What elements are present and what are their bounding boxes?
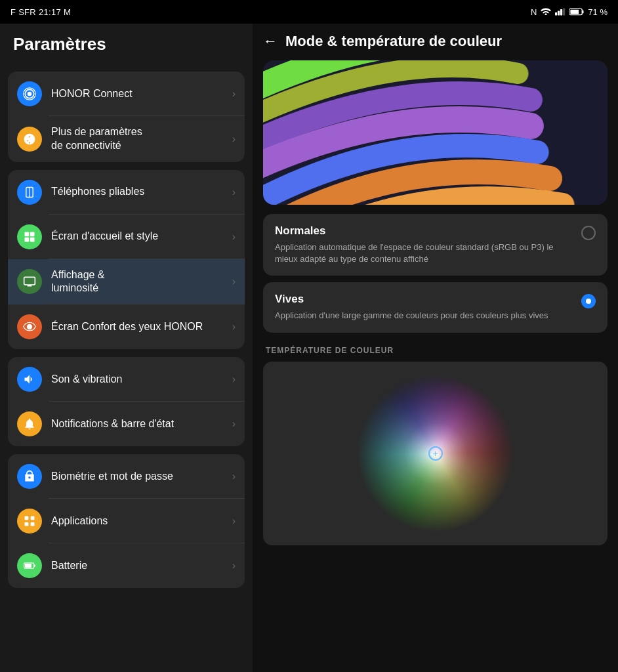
applications-chevron: › bbox=[232, 515, 236, 527]
mode-card-normales[interactable]: Normales Application automatique de l'es… bbox=[263, 214, 608, 276]
home-screen-icon bbox=[17, 224, 42, 249]
temperature-label: TEMPÉRATURE DE COULEUR bbox=[266, 346, 608, 355]
status-right: N 71 % bbox=[531, 7, 608, 17]
sidebar-item-honor-connect[interactable]: HONOR Connect › bbox=[8, 72, 245, 116]
vives-desc: Application d'une large gamme de couleur… bbox=[275, 310, 573, 322]
applications-label: Applications bbox=[51, 514, 232, 528]
sidebar-item-display[interactable]: Affichage &luminosité › bbox=[8, 259, 245, 305]
honor-connect-label: HONOR Connect bbox=[51, 87, 232, 101]
foldable-icon bbox=[17, 180, 42, 205]
status-bar: F SFR 21:17 M N 71 % bbox=[0, 0, 618, 24]
normales-desc: Application automatique de l'espace de c… bbox=[275, 242, 573, 265]
color-wheel-container: + bbox=[263, 362, 608, 545]
foldable-label: Téléphones pliables bbox=[51, 185, 232, 199]
sidebar-item-applications[interactable]: Applications › bbox=[8, 499, 245, 543]
svg-rect-2 bbox=[560, 9, 562, 16]
svg-rect-22 bbox=[25, 522, 29, 526]
sidebar-item-foldable[interactable]: Téléphones pliables › bbox=[8, 170, 245, 215]
svg-point-7 bbox=[28, 92, 32, 96]
svg-rect-6 bbox=[571, 10, 579, 14]
sidebar-item-biometrics[interactable]: Biométrie et mot de passe › bbox=[8, 454, 245, 499]
battery-chevron: › bbox=[232, 560, 236, 572]
notifications-chevron: › bbox=[232, 418, 236, 430]
svg-rect-3 bbox=[563, 8, 565, 15]
biometrics-label: Biométrie et mot de passe bbox=[51, 470, 232, 484]
display-icon bbox=[17, 269, 42, 294]
settings-title: Paramètres bbox=[13, 34, 239, 54]
battery-percent: 71 % bbox=[588, 7, 608, 17]
settings-group-connectivity: HONOR Connect › Plus de paramètresde con… bbox=[8, 72, 245, 162]
color-wheel[interactable]: + bbox=[357, 375, 514, 532]
battery-icon-item bbox=[17, 553, 42, 578]
normales-radio[interactable] bbox=[581, 226, 596, 240]
svg-rect-25 bbox=[34, 565, 35, 567]
home-screen-label: Écran d'accueil et style bbox=[51, 230, 232, 243]
foldable-chevron: › bbox=[232, 186, 236, 198]
main-layout: Paramètres HONOR Connect › Plus de param… bbox=[0, 24, 618, 672]
normales-title: Normales bbox=[275, 224, 573, 238]
svg-rect-14 bbox=[25, 237, 30, 242]
right-panel-title: Mode & température de couleur bbox=[285, 33, 502, 50]
right-panel: ← Mode & température de couleur Normales… bbox=[253, 24, 618, 672]
color-wheel-crosshair: + bbox=[428, 446, 443, 461]
more-connectivity-label: Plus de paramètresde connectivité bbox=[51, 125, 232, 153]
color-preview bbox=[263, 60, 608, 205]
left-header: Paramètres bbox=[0, 24, 253, 68]
vives-title: Vives bbox=[275, 293, 573, 306]
settings-group-security: Biométrie et mot de passe › Applications… bbox=[8, 454, 245, 588]
svg-rect-1 bbox=[558, 10, 560, 15]
svg-rect-23 bbox=[31, 522, 35, 526]
eye-comfort-label: Écran Confort des yeux HONOR bbox=[51, 320, 232, 334]
sound-icon bbox=[17, 367, 42, 392]
home-screen-chevron: › bbox=[232, 231, 236, 243]
svg-point-19 bbox=[27, 324, 32, 329]
settings-group-sound: Son & vibration › Notifications & barre … bbox=[8, 357, 245, 446]
back-button[interactable]: ← bbox=[263, 33, 278, 50]
status-left: F SFR 21:17 M bbox=[10, 7, 71, 17]
sound-label: Son & vibration bbox=[51, 373, 232, 387]
svg-rect-15 bbox=[30, 237, 35, 242]
display-label: Affichage &luminosité bbox=[51, 268, 232, 296]
settings-group-display: Téléphones pliables › Écran d'accueil et… bbox=[8, 170, 245, 350]
right-header: ← Mode & température de couleur bbox=[263, 24, 608, 60]
signal-icon bbox=[555, 8, 566, 16]
svg-rect-16 bbox=[24, 278, 35, 285]
svg-rect-21 bbox=[31, 516, 35, 520]
mode-card-vives[interactable]: Vives Application d'une large gamme de c… bbox=[263, 282, 608, 332]
eye-comfort-chevron: › bbox=[232, 321, 236, 333]
svg-rect-20 bbox=[25, 516, 29, 520]
vives-radio[interactable] bbox=[581, 294, 596, 308]
honor-connect-icon bbox=[17, 81, 42, 106]
biometrics-chevron: › bbox=[232, 471, 236, 482]
left-panel: Paramètres HONOR Connect › Plus de param… bbox=[0, 24, 253, 672]
sidebar-item-eye-comfort[interactable]: Écran Confort des yeux HONOR › bbox=[8, 304, 245, 349]
nfc-icon: N bbox=[531, 7, 537, 17]
honor-connect-chevron: › bbox=[232, 88, 236, 100]
more-connectivity-chevron: › bbox=[232, 133, 236, 145]
svg-rect-26 bbox=[25, 564, 31, 568]
sidebar-item-battery[interactable]: Batterie › bbox=[8, 543, 245, 588]
sidebar-item-more-connectivity[interactable]: Plus de paramètresde connectivité › bbox=[8, 116, 245, 162]
svg-rect-5 bbox=[583, 10, 584, 14]
sidebar-item-notifications[interactable]: Notifications & barre d'état › bbox=[8, 402, 245, 446]
sidebar-item-home-screen[interactable]: Écran d'accueil et style › bbox=[8, 215, 245, 259]
biometrics-icon bbox=[17, 464, 42, 489]
sound-chevron: › bbox=[232, 373, 236, 385]
svg-rect-0 bbox=[555, 12, 557, 16]
notifications-label: Notifications & barre d'état bbox=[51, 417, 232, 431]
sidebar-item-sound[interactable]: Son & vibration › bbox=[8, 357, 245, 402]
svg-rect-12 bbox=[25, 232, 30, 236]
svg-rect-13 bbox=[30, 232, 35, 236]
eye-comfort-icon bbox=[17, 314, 42, 339]
more-connectivity-icon bbox=[17, 127, 42, 152]
battery-label: Batterie bbox=[51, 559, 232, 573]
notifications-icon bbox=[17, 411, 42, 436]
wifi-icon bbox=[541, 8, 551, 16]
display-chevron: › bbox=[232, 276, 236, 287]
applications-icon bbox=[17, 509, 42, 534]
battery-icon bbox=[569, 8, 584, 16]
